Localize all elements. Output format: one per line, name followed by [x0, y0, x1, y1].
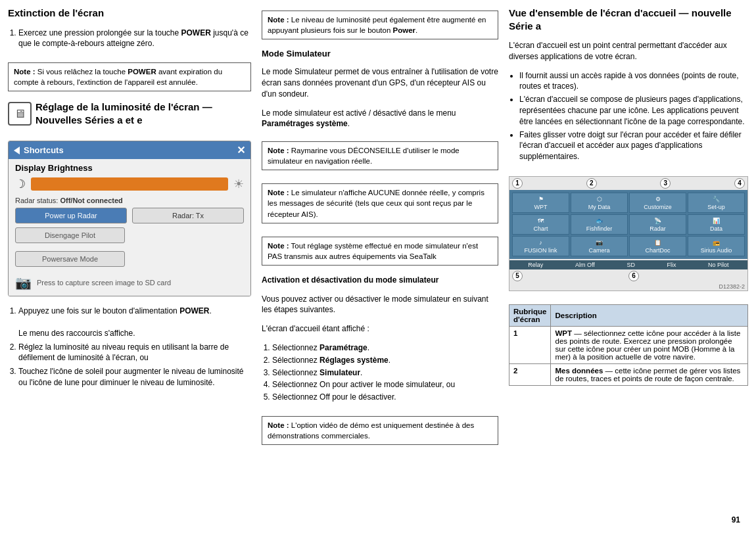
- sirius-label: Sirius Audio: [701, 247, 732, 254]
- app-grid: ⚑ WPT ⬡ My Data ⚙ Customize 🔧 Set-up 🗺: [509, 190, 747, 259]
- shortcuts-widget: Shortcuts ✕ Display Brightness ☽ ☀ Radar…: [8, 141, 251, 296]
- table-row-2: 2 Mes données — cette icône permet de gé…: [509, 363, 748, 385]
- data-icon: 📊: [713, 218, 720, 224]
- radar-buttons-row: Power up Radar Radar: Tx: [15, 208, 244, 223]
- section4-step5: Sélectionnez Off pour le désactiver.: [272, 392, 498, 403]
- radar-status-label: Radar status:: [15, 197, 58, 204]
- wpt-icon: ⚑: [538, 196, 544, 202]
- camera-row: 📷 Press to capture screen image to SD ca…: [15, 275, 244, 291]
- section3-body2: Le mode simulateur est activé / désactiv…: [262, 108, 498, 130]
- row2-num: 2: [509, 363, 551, 385]
- brightness-row: ☽ ☀: [15, 177, 244, 191]
- camera-icon: 📷: [15, 275, 32, 291]
- app-fusion: ♪ FUSION link: [512, 236, 569, 256]
- toolbar-relay: Relay: [528, 262, 543, 268]
- description-table: Rubrique d'écran Description 1 WPT — sél…: [509, 304, 748, 386]
- app-radar: 📡 Radar: [629, 214, 686, 235]
- mydata-label: My Data: [588, 204, 611, 210]
- power-up-radar-button[interactable]: Power up Radar: [15, 208, 127, 223]
- section1-step1: Exercez une pression prolongée sur la to…: [18, 28, 251, 50]
- row1-num: 1: [509, 326, 551, 363]
- radar-icon: 📡: [654, 218, 661, 224]
- setup-label: Set-up: [707, 204, 725, 210]
- app-camera: 📷 Camera: [571, 236, 628, 256]
- screen-num-4: 4: [734, 178, 745, 189]
- section5-title: Vue d'ensemble de l'écran d'accueil — no…: [509, 7, 748, 32]
- section2-heading: 🖥 Réglage de la luminosité de l'écran — …: [8, 101, 251, 129]
- powersave-mode-button[interactable]: Powersave Mode: [15, 251, 125, 267]
- camera2-icon: 📷: [596, 239, 603, 246]
- close-icon[interactable]: ✕: [237, 144, 245, 156]
- row2-desc: Mes données — cette icône permet de gére…: [551, 363, 748, 385]
- radar-label: Radar: [650, 225, 666, 232]
- radar-status-value: Off/Not connected: [60, 197, 122, 204]
- section4-step4: Sélectionnez On pour activer le mode sim…: [272, 379, 498, 390]
- chart-label: Chart: [533, 225, 548, 232]
- brightness-slider[interactable]: [31, 177, 228, 191]
- bullet1: Il fournit aussi un accès rapide à vos d…: [519, 70, 748, 93]
- sun-icon: ☀: [233, 177, 244, 191]
- note1-box: Note : Si vous relâchez la touche POWER …: [8, 62, 251, 91]
- customize-label: Customize: [644, 204, 672, 210]
- toolbar-flix: Flix: [667, 262, 676, 268]
- bottom-numbers-row: 5 6: [509, 269, 747, 283]
- titlebar-left: Shortcuts: [14, 145, 64, 155]
- note6-label: Note :: [268, 421, 289, 429]
- section2-step3: Touchez l'icône de soleil pour augmenter…: [18, 366, 251, 388]
- toolbar-almoff: Alm Off: [575, 262, 595, 268]
- app-sirius: 📻 Sirius Audio: [688, 236, 745, 256]
- screen-ref: D12382-2: [509, 283, 747, 291]
- app-wpt: ⚑ WPT: [512, 193, 569, 213]
- chevron-left-icon[interactable]: [14, 147, 20, 154]
- bullet2: L'écran d'accueil se compose de plusieur…: [519, 94, 748, 127]
- note5-box: Note : Tout réglage système effectué en …: [262, 237, 498, 266]
- note3-label: Note :: [268, 147, 289, 154]
- screen-toolbar: Relay Alm Off SD Flix No Pilot: [509, 260, 747, 269]
- chartdoc-icon: 📋: [654, 239, 661, 246]
- note3-text: Raymarine vous DÉCONSEILLE d'utiliser le…: [268, 147, 460, 165]
- section4-step2: Sélectionnez Réglages système.: [272, 355, 498, 366]
- screen-num-6: 6: [628, 271, 639, 281]
- section4-step1: Sélectionnez Paramétrage.: [272, 342, 498, 354]
- app-chart: 🗺 Chart: [512, 214, 569, 235]
- section4-body: Vous pouvez activer ou désactiver le mod…: [262, 294, 498, 316]
- page-number: 91: [732, 515, 740, 524]
- right-column: Vue d'ensemble de l'écran d'accueil — no…: [509, 7, 748, 528]
- note6-box: Note : L'option vidéo de démo est unique…: [262, 416, 498, 445]
- display-screen-icon: 🖥: [8, 102, 32, 126]
- note5-text: Tout réglage système effectué en mode si…: [268, 242, 478, 260]
- section2-step1: Appuyez une fois sur le bouton d'aliment…: [18, 306, 251, 338]
- note4-box: Note : Le simulateur n'affiche AUCUNE do…: [262, 183, 498, 223]
- note1-label: Note :: [14, 68, 35, 76]
- app-customize: ⚙ Customize: [629, 193, 686, 213]
- display-brightness-label: Display Brightness: [15, 163, 244, 173]
- note6-text: L'option vidéo de démo est uniquement de…: [268, 421, 474, 440]
- table-header-description: Description: [551, 304, 748, 326]
- note4-label: Note :: [268, 189, 289, 197]
- bullet3: Faites glisser votre doigt sur l'écran p…: [519, 129, 748, 162]
- section4-sub: L'écran d'accueil étant affiché :: [262, 323, 498, 335]
- screen-num-5: 5: [512, 271, 523, 281]
- app-chartdoc: 📋 ChartDoc: [629, 236, 686, 256]
- note3-box: Note : Raymarine vous DÉCONSEILLE d'util…: [262, 141, 498, 170]
- note2-label: Note :: [268, 16, 289, 24]
- screen-diagram: 1 2 3 4 ⚑ WPT ⬡ My Data ⚙ Cust: [509, 176, 748, 291]
- camera-text: Press to capture screen image to SD card: [37, 279, 171, 287]
- top-numbers-row: 1 2 3 4: [509, 177, 747, 190]
- disengage-pilot-button[interactable]: Disengage Pilot: [15, 227, 125, 243]
- wpt-label: WPT: [534, 204, 548, 210]
- app-data: 📊 Data: [688, 214, 745, 235]
- toolbar-sd: SD: [626, 262, 635, 268]
- section4-step3: Sélectionnez Simulateur.: [272, 367, 498, 379]
- middle-column: Note : Le niveau de luminosité peut égal…: [262, 7, 498, 528]
- section1-title: Extinction de l'écran: [8, 7, 251, 20]
- radar-tx-button[interactable]: Radar: Tx: [132, 208, 244, 223]
- section4-title: Activation et désactivation du mode simu…: [262, 275, 438, 285]
- moon-icon: ☽: [15, 177, 26, 191]
- note2-text: Le niveau de luminosité peut également ê…: [268, 16, 486, 34]
- note1-text: Si vous relâchez la touche POWER avant e…: [14, 68, 222, 86]
- chartdoc-label: ChartDoc: [645, 247, 670, 254]
- fishfinder-icon: 🐟: [596, 218, 603, 224]
- left-column: Extinction de l'écran Exercez une pressi…: [8, 7, 251, 528]
- setup-icon: 🔧: [713, 196, 720, 202]
